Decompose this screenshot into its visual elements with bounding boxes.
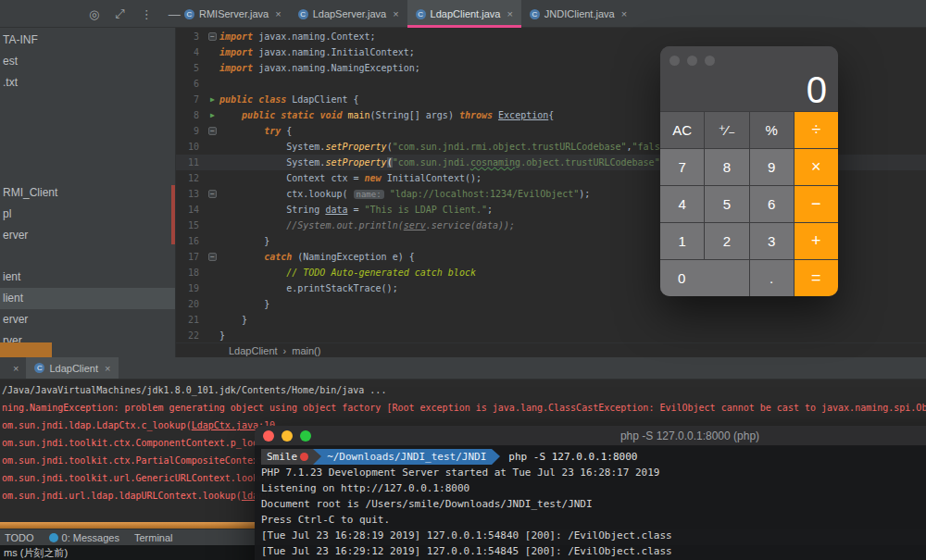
code-line-3[interactable]: 3 − import javax.naming.Context; [176,29,926,44]
fold-icon[interactable]: − [208,127,217,135]
messages-icon [49,533,58,542]
close-icon[interactable] [263,430,274,442]
calc-button-0[interactable]: 0 [660,260,749,296]
calc-button-AC[interactable]: AC [660,112,704,148]
project-item-TA-INF[interactable]: TA-INF [0,30,175,51]
project-item-RMI_Client[interactable]: RMI_Client [0,182,175,204]
calc-button-3[interactable]: 3 [750,223,794,259]
calculator-display: 0 [660,46,838,111]
prompt-command: php -S 127.0.0.1:8000 [508,449,637,465]
prompt-line: Smile~/Downloads/JNDI_test/JNDIphp -S 12… [261,449,926,465]
console-line: ning.NamingException: problem generating… [2,399,926,417]
fold-icon[interactable]: − [208,32,217,41]
project-tree: TA-INFest.txtRMI_Clientplerverientliente… [0,30,175,352]
calc-button-6[interactable]: 6 [750,186,794,222]
calc-button-⁺⁄₋[interactable]: ⁺⁄₋ [705,112,748,148]
tab-LdapServer.java[interactable]: C LdapServer.java × [290,0,407,28]
close-icon[interactable]: × [0,357,26,379]
java-class-icon: C [530,9,540,19]
project-item-ient[interactable]: ient [0,267,175,288]
fold-icon[interactable]: − [208,190,217,198]
calculator-window: 0 AC⁺⁄₋%÷789×456−123+0.= [660,46,838,296]
calc-button-9[interactable]: 9 [750,149,794,185]
terminal-titlebar[interactable]: php -S 127.0.0.1:8000 (php) [255,426,926,446]
calc-button-8[interactable]: 8 [705,149,748,185]
run-toolwindow-accent [0,342,52,357]
terminal-line: Document root is /Users/smile/Downloads/… [261,496,926,512]
breadcrumb: LdapClient › main() [176,342,926,357]
close-icon[interactable]: × [393,8,398,19]
project-item-est[interactable]: est [0,51,175,72]
expand-icon[interactable]: ⤢ [115,6,124,21]
console-line: /Java/JavaVirtualMachines/jdk1.8.0_101.j… [2,381,926,399]
run-icon[interactable]: ▶ [210,92,215,107]
statusbar-TODO[interactable]: TODO [5,532,34,543]
run-tab-LdapClient[interactable]: C LdapClient × [26,357,119,379]
progress-strip [0,522,256,529]
breadcrumb-class[interactable]: LdapClient [229,345,278,356]
kebab-icon[interactable]: ⋮ [141,7,153,21]
code-line-21[interactable]: 21 } [176,312,926,328]
calculator-display-value: 0 [807,69,827,111]
statusbar-0: Messages[interactable]: 0: Messages [49,532,119,543]
run-panel-tabs: × C LdapClient × [0,357,926,380]
terminal-line: PHP 7.1.23 Development Server started at… [261,465,926,480]
chevron-right-icon: › [283,345,287,356]
calc-button-−[interactable]: − [795,186,838,222]
project-item-erver[interactable]: erver [0,309,175,330]
fold-icon[interactable]: − [208,253,217,261]
project-item-lient[interactable]: lient [0,288,175,309]
window-controls [263,430,311,442]
java-class-icon: C [298,9,308,19]
close-icon[interactable]: × [275,8,281,19]
apple-icon [300,453,308,461]
minimize-icon[interactable] [282,430,293,442]
java-class-icon: C [184,9,194,19]
terminal-title: php -S 127.0.0.1:8000 (php) [255,426,926,446]
terminal-line: [Tue Jul 23 16:29:12 2019] 127.0.0.1:548… [261,543,926,559]
terminal-window: php -S 127.0.0.1:8000 (php) Smile~/Downl… [255,426,926,560]
zoom-icon[interactable] [300,430,311,442]
java-class-icon: C [34,363,44,373]
calc-button-×[interactable]: × [795,149,838,185]
project-item-pl[interactable]: pl [0,204,175,225]
code-line-22[interactable]: 22 } [176,328,926,342]
project-item-.txt[interactable]: .txt [0,72,175,93]
project-scrollbar-mark[interactable] [171,185,175,244]
prompt-user: Smile [261,449,313,465]
zoom-icon[interactable] [705,56,715,66]
close-icon[interactable]: × [105,363,110,374]
java-class-icon: C [416,9,426,19]
toolbar-icons: ◎⤢⋮— [89,0,181,28]
terminal-line: Press Ctrl-C to quit. [261,512,926,528]
calc-button-4[interactable]: 4 [660,186,704,222]
tab-RMIServer.java[interactable]: C RMIServer.java × [176,0,290,28]
run-icon[interactable]: ▶ [210,107,215,123]
statusbar-Terminal[interactable]: Terminal [134,532,173,543]
close-icon[interactable]: × [507,8,512,19]
window-controls [669,56,715,66]
code-line-20[interactable]: 20 } [176,296,926,312]
terminal-line: Listening on http://127.0.0.1:8000 [261,480,926,496]
calc-button-+[interactable]: + [795,223,838,259]
project-item-erver[interactable]: erver [0,225,175,246]
tab-LdapClient.java[interactable]: C LdapClient.java × [407,0,521,28]
minimize-icon[interactable] [687,56,697,66]
target-icon[interactable]: ◎ [89,7,99,21]
calc-button-7[interactable]: 7 [660,149,704,185]
close-icon[interactable]: × [621,8,627,19]
editor-tabs: C RMIServer.java × C LdapServer.java × C… [176,0,635,28]
terminal-line: [Tue Jul 23 16:28:19 2019] 127.0.0.1:548… [261,528,926,543]
breadcrumb-method[interactable]: main() [292,345,320,356]
calc-button-=[interactable]: = [795,260,838,296]
calc-button-5[interactable]: 5 [705,186,748,222]
calc-button-÷[interactable]: ÷ [795,112,838,148]
tab-JNDIClient.java[interactable]: C JNDIClient.java × [521,0,635,28]
calc-button-.[interactable]: . [750,260,794,296]
prompt-path: ~/Downloads/JNDI_test/JNDI [321,449,492,465]
calc-button-%[interactable]: % [750,112,794,148]
close-icon[interactable] [669,56,680,66]
calc-button-2[interactable]: 2 [705,223,748,259]
terminal-output[interactable]: Smile~/Downloads/JNDI_test/JNDIphp -S 12… [255,446,926,560]
calc-button-1[interactable]: 1 [660,223,704,259]
